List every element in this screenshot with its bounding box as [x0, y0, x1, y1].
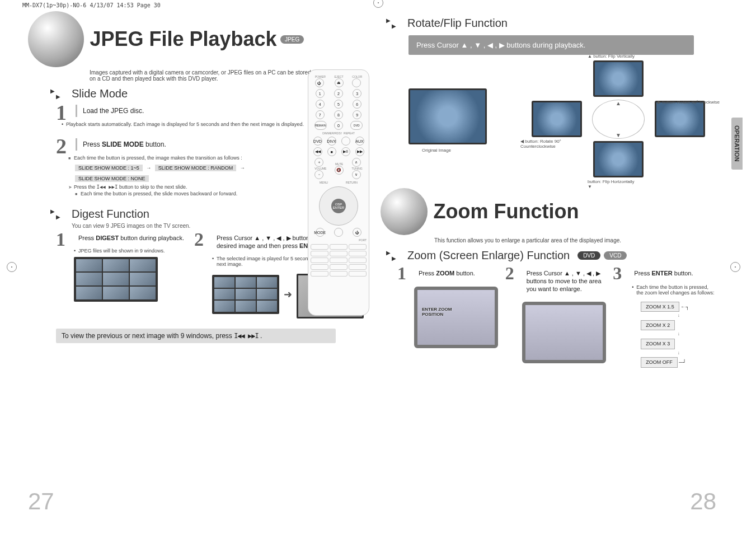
text: button during playback. [119, 235, 184, 241]
step-text: Press Cursor ▲ , ▼ , ◀ , ▶ buttons to mo… [522, 266, 609, 296]
mode-strip: SLIDE SHOW MODE : RANDOM [155, 165, 237, 171]
section-heading: Digest Function [72, 208, 149, 221]
step-number: 1 [397, 263, 406, 284]
flip-horizontal-image [593, 141, 644, 177]
text: button. [454, 270, 475, 277]
zoom-label: ZOOM [436, 270, 454, 277]
volume-down-icon: － [314, 170, 323, 179]
overlay-text: ENTER ZOOMPOSITION [422, 307, 452, 317]
step-number: 3 [613, 263, 622, 284]
tv-frame-move-cursor [522, 302, 606, 363]
vcd-badge: VCD [604, 251, 627, 260]
text: buttons to move to the area you want to … [527, 278, 602, 292]
rotate-cw-image [655, 101, 705, 137]
cursor-arrows: ▲ , ▼ , ◀ , ▶ [564, 270, 600, 277]
enter-label: ENTER [652, 270, 673, 277]
section-heading: Slide Mode [72, 87, 128, 100]
page-number: 28 [690, 488, 716, 515]
tuning-down-icon: ∨ [352, 170, 361, 179]
print-header: MM-DX7(1p~30p)-NO-6 4/13/07 14:53 Page 3… [22, 2, 161, 8]
remain-button: REMAIN [314, 121, 327, 130]
text: Press [78, 235, 96, 241]
jpeg-badge: JPEG [280, 35, 304, 44]
text: buttons during playback. [505, 41, 586, 49]
aux-button: AUX [355, 137, 364, 146]
section-arrows-icon [50, 88, 67, 100]
skip-glyph-icon: I◀◀ ▶▶I [97, 184, 118, 190]
section-arrows-icon [50, 208, 67, 221]
caption-original: Original Image [422, 148, 489, 153]
title-row: JPEG File Playback JPEG [28, 11, 364, 67]
remote-label: TUNING [352, 167, 363, 170]
thumbnail-grid [212, 275, 279, 314]
rotate-ccw-image [532, 101, 582, 137]
mode-strip: SLIDE SHOW MODE : 1~5 [75, 165, 143, 171]
text: Press [419, 270, 436, 277]
registration-mark [7, 262, 17, 272]
note-9-windows: JPEG files will be shown in 9 windows. [74, 248, 189, 254]
digest-label: DIGEST [96, 235, 119, 241]
text: . [259, 332, 262, 340]
step-text: Press DIGEST button during playback. [74, 231, 189, 246]
caption-flip-horizontal: button: Flip Horizontally ▼ [588, 179, 655, 189]
tuning-up-icon: ∧ [352, 158, 361, 167]
digit-6: 6 [353, 100, 361, 109]
page-number: 27 [28, 488, 54, 515]
digit-7: 7 [316, 110, 325, 119]
flip-vertical-image [593, 60, 644, 97]
caption-rotate-ccw: ◀ button: Rotate 90° Counterclockwise [520, 139, 588, 149]
remote-label: COLOR [352, 75, 362, 78]
remote-bottom-grid [311, 244, 367, 277]
title-sphere-icon [28, 11, 84, 67]
text: Press Cursor [527, 270, 564, 277]
dvd-icon: DVD [313, 137, 322, 146]
digit-5: 5 [334, 100, 343, 109]
page-left: JPEG File Playback JPEG Images captured … [28, 11, 364, 515]
section-arrows-icon [386, 17, 403, 30]
text: button. [144, 140, 166, 148]
title-description: Images captured with a digital camera or… [90, 69, 313, 82]
digest-step-1: 1 Press DIGEST button during playback. J… [56, 231, 189, 318]
section-tab: OPERATION [731, 118, 743, 170]
dpad-icon [592, 100, 645, 139]
zoom-steps: 1 Press ZOOM button. ENTER ZOOMPOSITION … [397, 265, 716, 368]
port-button: ⏻ [353, 228, 361, 237]
zoom-step-3: 3 Press ENTER button. Each time the butt… [613, 265, 716, 368]
title-description: This function allows you to enlarge a pa… [434, 237, 658, 243]
repeat-button [341, 137, 350, 146]
original-image [408, 88, 487, 144]
step-text: Press ENTER button. [630, 266, 716, 281]
step-number: 1 [56, 229, 65, 250]
power-icon: ⏻ [315, 78, 324, 87]
text: Press [634, 270, 651, 277]
slide-mode-label: SLIDE MODE [102, 140, 144, 148]
volume-up-icon: ＋ [314, 158, 323, 167]
text: button: Flip Vertically [592, 54, 635, 59]
text: Press Cursor [416, 41, 461, 49]
prev-next-hint: To view the previous or next image with … [56, 329, 336, 343]
remote-label: PORT [311, 238, 367, 242]
section-heading: Rotate/Flip Function [407, 17, 508, 30]
step-number: 2 [56, 134, 67, 158]
remote-label: RETURN [346, 181, 358, 184]
text: button: Flip Horizontally [588, 179, 635, 184]
skip-glyph-icon: I◀◀ ▶▶I [234, 332, 259, 340]
remote-label: DIMMER/RDS† REPEAT [311, 132, 367, 135]
color-button [352, 78, 361, 87]
eject-icon: ⏏ [335, 78, 344, 87]
title-sphere-icon [381, 188, 428, 235]
step-bar [76, 105, 77, 117]
zoom-level: ZOOM OFF [641, 357, 678, 367]
remote-label: MUTE [335, 162, 344, 166]
step-text: Press ZOOM button. [414, 266, 501, 281]
text: button: Rotate 90° Counterclockwise [520, 139, 561, 149]
stop-icon: ■ [327, 147, 336, 156]
caption-rotate-cw: ▶ button: Rotate 90° Clockwise [658, 100, 725, 105]
digit-8: 8 [334, 110, 343, 119]
text: Press [83, 140, 102, 148]
dvd-button: DVD [350, 121, 363, 130]
page-title: JPEG File Playback [90, 27, 276, 51]
step-bar [76, 138, 77, 151]
digit-9: 9 [353, 110, 361, 119]
down-arrow-icon: ▼ [588, 184, 592, 189]
